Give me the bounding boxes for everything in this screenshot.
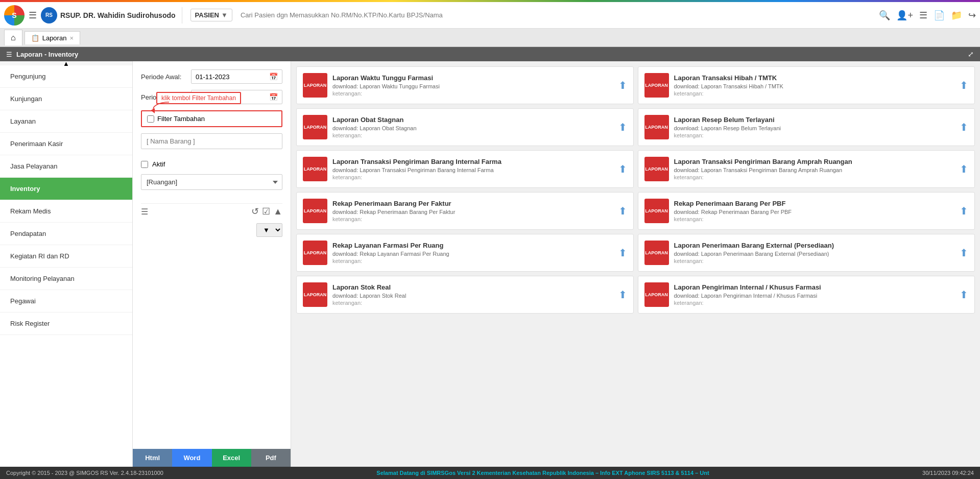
report-card[interactable]: LAPORAN Rekap Layanan Farmasi Per Ruang …: [296, 234, 634, 272]
download-icon[interactable]: ⬆: [618, 247, 627, 259]
aktif-label: Aktif: [152, 160, 165, 168]
report-icon: LAPORAN: [303, 282, 327, 307]
app-logo[interactable]: S: [4, 5, 25, 26]
sidebar-item-pegawai[interactable]: Pegawai: [0, 290, 132, 313]
hamburger-icon[interactable]: ☰: [29, 10, 37, 21]
tab-home[interactable]: ⌂: [4, 30, 22, 45]
pasien-selector[interactable]: PASIEN ▼: [190, 9, 232, 21]
report-download: download: Laporan Stok Real: [332, 293, 613, 299]
refresh-icon[interactable]: ↺: [251, 206, 259, 217]
sidebar-item-kegiatan-ri-rd[interactable]: Kegiatan RI dan RD: [0, 245, 132, 268]
aktif-checkbox[interactable]: [141, 161, 148, 168]
report-keterangan: keterangan:: [674, 174, 955, 180]
report-card[interactable]: LAPORAN Laporan Resep Belum Terlayani do…: [638, 108, 975, 146]
download-icon[interactable]: ⬆: [618, 205, 627, 217]
up-arrow-icon[interactable]: ▲: [273, 206, 282, 217]
report-card[interactable]: LAPORAN Laporan Transaksi Pengiriman Bar…: [296, 150, 634, 188]
format-pdf-button[interactable]: Pdf: [251, 449, 291, 467]
user-add-icon[interactable]: 👤+: [896, 10, 913, 21]
report-download: download: Laporan Transaksi Hibah / TMTK: [674, 83, 955, 89]
patient-search-input[interactable]: [236, 9, 875, 21]
report-card[interactable]: LAPORAN Laporan Transaksi Pengiriman Bar…: [638, 150, 975, 188]
download-icon[interactable]: ⬆: [618, 79, 627, 91]
extra-dropdown[interactable]: ▼: [256, 223, 282, 237]
report-download: download: Laporan Waktu Tunggu Farmasi: [332, 83, 613, 89]
document-icon[interactable]: 📄: [934, 10, 945, 21]
nama-barang-wrapper: [141, 133, 282, 155]
report-keterangan: keterangan:: [332, 216, 613, 222]
sidebar-item-pendapatan[interactable]: Pendapatan: [0, 223, 132, 245]
report-info: Laporan Pengiriman Internal / Khusus Far…: [674, 283, 955, 306]
calendar-akhir-icon[interactable]: 📅: [269, 93, 278, 101]
calendar-awal-icon[interactable]: 📅: [269, 73, 278, 81]
annotation-arrow-svg: [144, 101, 174, 113]
report-info: Laporan Transaksi Hibah / TMTK download:…: [674, 74, 955, 97]
sidebar-item-risk-register[interactable]: Risk Register: [0, 313, 132, 335]
report-icon: LAPORAN: [644, 199, 669, 223]
report-card[interactable]: LAPORAN Laporan Obat Stagnan download: L…: [296, 108, 634, 146]
logout-icon[interactable]: ↪: [968, 10, 976, 21]
tab-close-icon[interactable]: ×: [69, 34, 74, 42]
folder-icon[interactable]: 📁: [951, 10, 962, 21]
sidebar-item-monitoring[interactable]: Monitoring Pelayanan: [0, 268, 132, 290]
download-icon[interactable]: ⬆: [960, 79, 968, 91]
download-icon[interactable]: ⬆: [618, 289, 627, 301]
report-keterangan: keterangan:: [332, 132, 613, 138]
report-icon: LAPORAN: [303, 115, 327, 139]
sidebar-item-jasa-pelayanan[interactable]: Jasa Pelayanan: [0, 155, 132, 178]
report-card[interactable]: LAPORAN Laporan Waktu Tunggu Farmasi dow…: [296, 66, 634, 104]
report-card[interactable]: LAPORAN Laporan Pengiriman Internal / Kh…: [638, 276, 975, 314]
periode-awal-input[interactable]: 01-11-2023 📅: [191, 69, 282, 84]
report-title: Laporan Stok Real: [332, 283, 613, 291]
sidebar-item-rekam-medis[interactable]: Rekam Medis: [0, 200, 132, 223]
format-excel-button[interactable]: Excel: [212, 449, 251, 467]
expand-icon[interactable]: ⤢: [968, 50, 974, 58]
sidebar-scroll-up[interactable]: ▲: [0, 61, 132, 65]
format-html-button[interactable]: Html: [133, 449, 172, 467]
pasien-label: PASIEN: [195, 11, 219, 19]
report-title: Laporan Obat Stagnan: [332, 116, 613, 124]
sidebar-item-kunjungan[interactable]: Kunjungan: [0, 88, 132, 110]
download-icon[interactable]: ⬆: [960, 121, 968, 133]
report-info: Laporan Waktu Tunggu Farmasi download: L…: [332, 74, 613, 97]
check-icon[interactable]: ☑: [262, 206, 270, 217]
report-card[interactable]: LAPORAN Rekap Penerimaan Barang Per Fakt…: [296, 192, 634, 230]
list-icon[interactable]: ☰: [919, 10, 927, 21]
list-view-icon[interactable]: ☰: [141, 207, 148, 217]
download-icon[interactable]: ⬆: [960, 205, 968, 217]
report-card[interactable]: LAPORAN Laporan Stok Real download: Lapo…: [296, 276, 634, 314]
footer-marquee: Selamat Datang di SIMRSGos Versi 2 Kemen…: [163, 470, 922, 476]
report-icon: LAPORAN: [644, 157, 669, 181]
report-download: download: Laporan Pengiriman Internal / …: [674, 293, 955, 299]
download-icon[interactable]: ⬆: [960, 163, 968, 175]
format-word-button[interactable]: Word: [172, 449, 211, 467]
nama-barang-input[interactable]: [141, 133, 282, 149]
tabbar: ⌂ 📋 Laporan ×: [0, 29, 980, 47]
report-keterangan: keterangan:: [674, 258, 955, 264]
download-icon[interactable]: ⬆: [960, 247, 968, 259]
report-card[interactable]: LAPORAN Laporan Penerimaan Barang Extern…: [638, 234, 975, 272]
report-title: Rekap Penerimaan Barang Per Faktur: [332, 200, 613, 207]
report-download: download: Rekap Penerimaan Barang Per Fa…: [332, 209, 613, 215]
filter-tambahan-checkbox[interactable]: [147, 115, 154, 123]
sidebar-item-pengunjung[interactable]: Pengunjung: [0, 65, 132, 88]
sidebar-item-inventory[interactable]: Inventory: [0, 178, 132, 200]
report-keterangan: keterangan:: [674, 216, 955, 222]
sidebar-item-layanan[interactable]: Layanan: [0, 110, 132, 133]
report-download: download: Laporan Penerimaan Barang Exte…: [674, 251, 955, 257]
report-card[interactable]: LAPORAN Rekap Penerimaan Barang Per PBF …: [638, 192, 975, 230]
report-keterangan: keterangan:: [332, 90, 613, 97]
download-icon[interactable]: ⬆: [960, 289, 968, 301]
topbar-actions: 🔍 👤+ ☰ 📄 📁 ↪: [879, 10, 976, 21]
tab-laporan[interactable]: 📋 Laporan ×: [25, 31, 80, 44]
download-icon[interactable]: ⬆: [618, 163, 627, 175]
ruangan-select[interactable]: [Ruangan]: [141, 174, 282, 190]
report-card[interactable]: LAPORAN Laporan Transaksi Hibah / TMTK d…: [638, 66, 975, 104]
filter-content: Periode Awal: 01-11-2023 📅 Periode Akhir…: [141, 69, 282, 272]
report-icon: LAPORAN: [303, 73, 327, 98]
search-icon[interactable]: 🔍: [879, 10, 890, 21]
report-keterangan: keterangan:: [332, 174, 613, 180]
sidebar-item-penerimaan-kasir[interactable]: Penerimaan Kasir: [0, 133, 132, 155]
download-icon[interactable]: ⬆: [618, 121, 627, 133]
report-area: LAPORAN Laporan Waktu Tunggu Farmasi dow…: [291, 61, 980, 467]
